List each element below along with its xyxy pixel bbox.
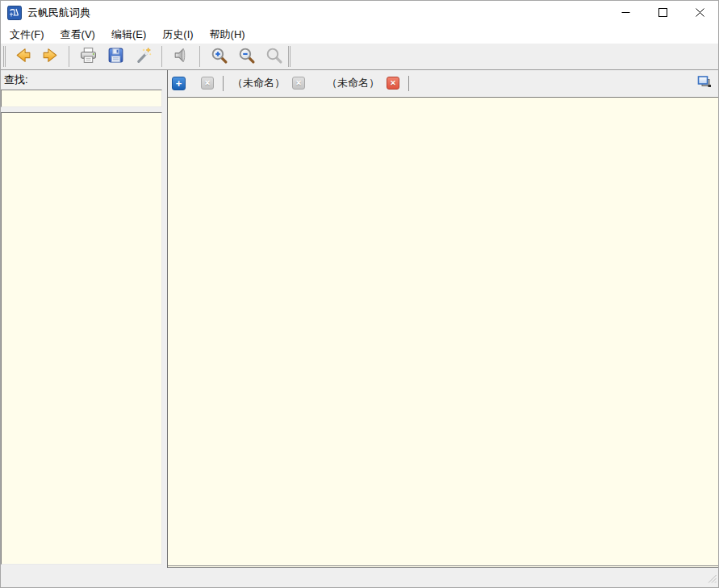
- tab-separator: [408, 76, 409, 91]
- tab-2-label: （未命名）: [232, 76, 285, 90]
- menubar: 文件(F) 查看(V) 编辑(E) 历史(I) 帮助(H): [1, 25, 718, 44]
- statusbar: [1, 568, 718, 587]
- toolbar-separator: [69, 46, 69, 67]
- forward-arrow-icon: [41, 46, 60, 67]
- menu-item-help[interactable]: 帮助(H): [202, 25, 253, 44]
- window-title: 云帆民航词典: [27, 6, 90, 20]
- cascade-windows-icon: [696, 75, 712, 91]
- magic-wand-icon: [134, 46, 153, 67]
- printer-icon: [79, 46, 98, 67]
- search-results-list[interactable]: [1, 112, 162, 565]
- toolbar-gripper-right[interactable]: [288, 46, 291, 67]
- app-window: 云帆民航词典 文件(F) 查看(V) 编辑(E) 历史(I) 帮助(H): [0, 0, 719, 588]
- find-label: 查找:: [4, 73, 162, 87]
- floppy-disk-icon: [107, 46, 125, 67]
- zoom-in-icon: [210, 46, 228, 67]
- back-button[interactable]: [10, 44, 35, 69]
- tab-3-close-button[interactable]: ✕: [387, 77, 399, 90]
- toolbar-gripper-left[interactable]: [3, 46, 6, 67]
- new-tab-button[interactable]: +: [172, 77, 186, 90]
- maximize-icon: [658, 7, 667, 19]
- save-button[interactable]: [103, 44, 127, 69]
- zoom-out-icon: [237, 46, 256, 67]
- tab-1[interactable]: ✕: [201, 77, 214, 90]
- forward-button[interactable]: [38, 44, 62, 69]
- toolbar-separator: [199, 46, 200, 67]
- minimize-icon: [621, 7, 630, 19]
- tab-2-close-button[interactable]: ✕: [292, 77, 305, 90]
- tab-3-label: （未命名）: [327, 76, 379, 90]
- back-arrow-icon: [14, 46, 32, 67]
- app-logo-icon: [7, 6, 22, 20]
- close-button[interactable]: [681, 1, 718, 25]
- search-panel: 查找:: [1, 70, 162, 568]
- resize-grip-icon[interactable]: [705, 572, 717, 586]
- zoom-reset-button[interactable]: [261, 44, 286, 69]
- close-icon: [696, 7, 704, 19]
- menu-item-edit[interactable]: 编辑(E): [103, 25, 154, 44]
- minimize-button[interactable]: [607, 1, 644, 25]
- wand-button[interactable]: [131, 44, 155, 69]
- plus-icon: +: [176, 78, 182, 89]
- menu-item-view[interactable]: 查看(V): [52, 25, 103, 44]
- toolbar-separator: [161, 46, 162, 67]
- tab-close-icon: ✕: [295, 80, 302, 87]
- titlebar: 云帆民航词典: [1, 1, 718, 25]
- pronounce-button[interactable]: [169, 44, 193, 69]
- tabbar: + ✕ （未命名） ✕ （未命名）: [168, 70, 718, 97]
- main-area: 查找: + ✕ （未命名）: [1, 70, 718, 568]
- print-button[interactable]: [76, 44, 100, 69]
- tab-separator: [223, 76, 224, 91]
- document-pane: + ✕ （未命名） ✕ （未命名）: [167, 70, 718, 568]
- tab-1-close-button[interactable]: ✕: [201, 77, 214, 90]
- zoom-out-button[interactable]: [234, 44, 258, 69]
- magnifier-icon: [265, 46, 283, 67]
- toolbar: [1, 44, 718, 70]
- zoom-in-button[interactable]: [207, 44, 231, 69]
- menu-item-history[interactable]: 历史(I): [154, 25, 201, 44]
- window-list-button[interactable]: [696, 75, 712, 91]
- maximize-button[interactable]: [644, 1, 681, 25]
- document-content[interactable]: [168, 97, 718, 568]
- tab-2[interactable]: （未命名） ✕: [232, 76, 305, 90]
- menu-item-file[interactable]: 文件(F): [2, 25, 52, 44]
- search-input[interactable]: [1, 90, 162, 107]
- tab-3-active[interactable]: （未命名） ✕: [327, 76, 399, 90]
- speaker-icon: [172, 46, 190, 67]
- tab-close-icon: ✕: [390, 80, 396, 87]
- tab-close-icon: ✕: [204, 80, 211, 87]
